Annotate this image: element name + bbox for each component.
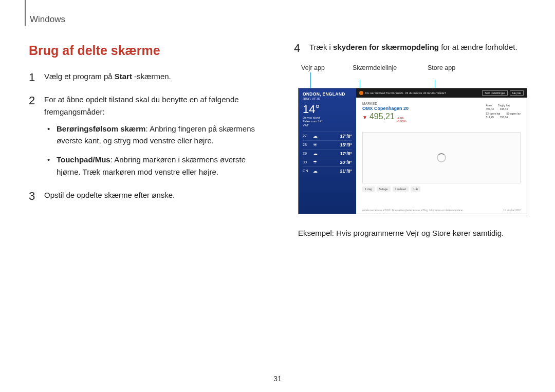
market-label: MARKED [362,102,378,105]
forecast-row: 29☁17°/8° [303,149,352,158]
forecast-row: 27☁17°/8° [303,132,352,140]
side-stats: ÅbenDaglig høj 497,43498,44 52-ugers høj… [486,104,521,119]
footer-note: Aktiekurser leveres af SIX®. Finansielle… [362,209,464,212]
chart-range-tabs: 1 dag 5 dage 1 måned 1 år [362,186,521,192]
weather-meta1: Delvist skyet [303,116,352,120]
forecast-list: 27☁17°/8° 28☀15°/3° 29☁17°/8° 30☂20°/9° … [303,132,352,175]
step-2-text: For at åbne opdelt tilstand skal du beny… [44,95,239,116]
left-column: Brug af delte skærme Vælg et program på … [29,41,269,239]
weather-icon: ☀ [312,142,318,147]
range-tab[interactable]: 1 måned [393,186,409,192]
minus-icon: – [380,102,382,105]
step-4: Træk i skyderen for skærmopdeling for at… [294,41,534,53]
header-title: Windows [30,14,65,25]
step-3-text: Opstil de opdelte skærme efter ønske. [44,191,175,199]
weather-location: ONDON, ENGLAND [303,91,352,97]
weather-temp: 14° [303,103,352,116]
steps-left: Vælg et program på Start -skærmen. For a… [29,70,269,201]
chart-placeholder [362,132,521,183]
header-divider [25,0,26,26]
page-number: 31 [273,375,282,383]
forecast-row: 28☀15°/3° [303,140,352,149]
price-value: 495,21 [369,112,395,121]
section-title: Brug af delte skærme [29,43,269,58]
step-2-b2-bold: Touchpad/Mus [57,155,110,164]
store-pane: Du ser indhold fra Danmark. Vil du ændre… [356,88,527,214]
bar-message: Du ser indhold fra Danmark. Vil du ændre… [365,91,446,95]
right-column: Træk i skyderen for skærmopdeling for at… [294,41,534,239]
store-top-bar: Du ser indhold fra Danmark. Vil du ændre… [356,88,527,98]
label-divider-line: Skærmdelelinje [353,64,397,71]
example-caption: Eksempel: Hvis programmerne Vejr og Stor… [298,228,534,239]
range-tab[interactable]: 1 år [411,186,420,192]
forecast-row: 30☂20°/9° [303,158,352,166]
step-1-bold: Start [115,72,132,81]
step-1-text-a: Vælg et program på [44,72,115,81]
step-2-bullet-1: Berøringsfølsom skærm: Anbring fingeren … [47,123,269,147]
change-settings-button[interactable]: Skift indstillinger [482,90,508,96]
weather-meta2: Føles som 14° [303,120,352,123]
step-1-text-b: -skærmen. [132,72,171,81]
footer-date: 11. oktober 2012 [503,209,521,212]
label-weather-app: Vejr app [301,64,325,71]
store-body: MARKED– OMX Copenhagen 20 ▼ 495,21 -4,89… [356,98,527,214]
range-tab[interactable]: 1 dag [362,186,375,192]
step-2-b1-bold: Berøringsfølsom skærm [57,124,145,133]
step-4-bold: skyderen for skærmopdeling [333,43,439,51]
label-store-app: Store app [428,64,455,71]
no-thanks-button[interactable]: Nej tak [510,90,524,96]
step-2-bullet-2: Touchpad/Mus: Anbring markøren i skærmen… [47,154,269,178]
weather-icon: ☂ [312,160,318,165]
steps-right: Træk i skyderen for skærmopdeling for at… [294,41,534,53]
warning-icon [359,91,363,95]
forecast-row: ON☁21°/8° [303,166,352,175]
step-1: Vælg et program på Start -skærmen. [29,70,269,82]
weather-pane: ONDON, ENGLAND BING VEJR 14° Delvist sky… [299,88,356,214]
step-4-pre: Træk i [309,43,333,51]
screenshot-labels: Vejr app Skærmdelelinje Store app [298,64,534,88]
step-4-tail: for at ændre forholdet. [439,43,517,51]
split-screen-demo: ONDON, ENGLAND BING VEJR 14° Delvist sky… [298,88,527,214]
weather-icon: ☁ [312,134,318,139]
weather-meta3: VÅT [303,124,352,127]
range-tab[interactable]: 5 dage [377,186,391,192]
step-3: Opstil de opdelte skærme efter ønske. [29,189,269,201]
weather-sub: BING VEJR [303,97,352,101]
delta-pct: -0,98% [397,120,406,123]
step-2: For at åbne opdelt tilstand skal du beny… [29,94,269,178]
weather-icon: ☁ [312,169,318,174]
down-arrow-icon: ▼ [362,115,367,120]
weather-icon: ☁ [312,151,318,156]
